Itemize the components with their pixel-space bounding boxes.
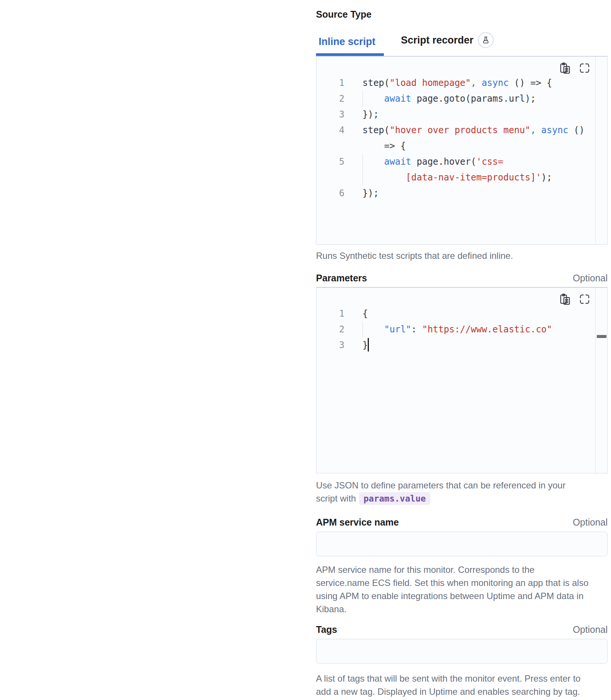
line-number [316,138,362,154]
code-line[interactable]: 3} [316,337,607,353]
tags-help-text: A list of tags that will be sent with th… [316,672,608,698]
line-number: 3 [316,337,362,353]
source-type-tabs: Inline script Script recorder [316,32,608,56]
line-number: 3 [316,107,362,122]
parameters-help-line2: script withparams.value [316,492,608,505]
line-number: 1 [316,306,362,321]
tags-label: Tags [316,624,337,635]
tags-optional-badge: Optional [573,624,608,635]
code-line[interactable]: 5 await page.hover('css= [316,154,607,170]
apm-service-name-label: APM service name [316,517,399,528]
apm-optional-badge: Optional [573,517,608,528]
line-number: 1 [316,75,362,91]
tags-input[interactable] [316,639,608,664]
fullscreen-icon[interactable] [579,293,590,305]
editor-scrollbar-track[interactable] [595,57,596,244]
code-line[interactable]: 2 "url": "https://www.elastic.co" [316,321,607,337]
apm-service-name-input[interactable] [316,532,608,556]
copy-clipboard-icon[interactable] [559,293,571,305]
code-line[interactable]: 4step("hover over products menu", async … [316,122,607,138]
tab-inline-script[interactable]: Inline script [316,35,384,56]
code-line[interactable]: [data-nav-item=products]'); [316,170,607,185]
code-line[interactable]: 1step("load homepage", async () => { [316,75,607,91]
source-type-label: Source Type [316,9,608,20]
code-line[interactable]: => { [316,138,607,154]
copy-clipboard-icon[interactable] [559,62,571,74]
apm-help-text: APM service name for this monitor. Corre… [316,563,608,616]
code-line[interactable]: 1{ [316,306,607,321]
parameters-help-line1: Use JSON to define parameters that can b… [316,479,608,492]
inline-script-code-editor[interactable]: 1step("load homepage", async () => {2 aw… [316,56,608,245]
params-value-code-chip: params.value [359,492,430,505]
tab-script-recorder-label: Script recorder [401,34,474,47]
code-line[interactable]: 3}); [316,107,607,122]
flask-icon [481,36,490,45]
code-line[interactable]: 6}); [316,185,607,201]
overview-ruler-cursor-mark [597,335,607,338]
line-number: 2 [316,91,362,107]
parameters-code-editor[interactable]: 1{2 "url": "https://www.elastic.co"3} [316,287,608,473]
beta-badge [478,32,494,48]
text-cursor [368,338,369,352]
inline-script-help-text: Runs Synthetic test scripts that are def… [316,250,608,262]
line-number: 5 [316,154,362,170]
monitor-config-form: Source Type Inline script Script recorde… [316,0,608,698]
editor-scrollbar-track[interactable] [595,288,596,473]
inline-script-code-lines: 1step("load homepage", async () => {2 aw… [316,57,607,201]
fullscreen-icon[interactable] [579,62,590,74]
parameters-help-text: Use JSON to define parameters that can b… [316,479,608,505]
parameters-optional-badge: Optional [573,273,608,284]
line-number: 2 [316,321,362,337]
line-number: 4 [316,122,362,138]
line-number: 6 [316,185,362,201]
code-line[interactable]: 2 await page.goto(params.url); [316,91,607,107]
line-number [316,170,362,185]
parameters-label: Parameters [316,272,367,284]
tab-script-recorder[interactable]: Script recorder [401,32,497,56]
